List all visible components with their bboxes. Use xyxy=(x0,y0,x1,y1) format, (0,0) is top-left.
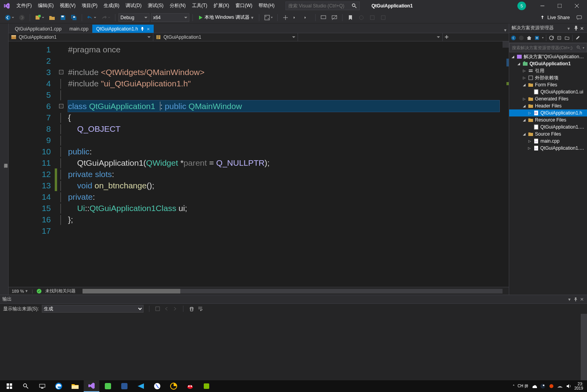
tray-app-icon[interactable] xyxy=(549,383,554,389)
solution-search[interactable]: ▾ xyxy=(509,43,587,52)
toolbar-btn-g[interactable] xyxy=(379,14,388,21)
se-showall-icon[interactable] xyxy=(564,35,570,41)
menu-help[interactable]: 帮助(H) xyxy=(255,1,278,10)
zoom-dropdown[interactable]: 189 %▾ xyxy=(12,288,28,294)
tray-onedrive-icon[interactable] xyxy=(531,383,537,389)
tray-clock[interactable]: 23:2019 xyxy=(574,382,583,390)
pin-icon[interactable] xyxy=(140,27,144,31)
live-share-button[interactable]: Live Share xyxy=(537,15,573,20)
output-next-icon[interactable] xyxy=(172,306,178,311)
tree-form-files[interactable]: ◢Form Files xyxy=(509,81,587,88)
bookmark-button[interactable] xyxy=(346,14,355,21)
global-search[interactable] xyxy=(285,2,360,10)
tree-solution-root[interactable]: ◢解决方案"QtGuiApplication1"(1 个 xyxy=(509,53,587,60)
menu-tools[interactable]: 工具(T) xyxy=(189,1,210,10)
nav-back-button[interactable] xyxy=(3,14,16,21)
output-source-dropdown[interactable]: 生成 xyxy=(42,305,144,313)
menu-test[interactable]: 测试(S) xyxy=(145,1,167,10)
taskbar-vs-icon[interactable] xyxy=(84,380,99,392)
menu-window[interactable]: 窗口(W) xyxy=(232,1,255,10)
system-tray[interactable]: ˄ CH 拼 23:2019 xyxy=(513,382,585,390)
panel-dropdown-icon[interactable]: ▾ xyxy=(567,26,572,30)
horizontal-scrollbar[interactable] xyxy=(83,289,503,294)
tray-ime[interactable]: CH 拼 xyxy=(518,383,528,389)
platform-dropdown[interactable]: x64 xyxy=(151,13,189,22)
taskbar-taskview-icon[interactable] xyxy=(34,380,50,392)
tree-main-cpp[interactable]: ▷++main.cpp xyxy=(509,138,587,145)
tree-resource-files[interactable]: ◢Resource Files xyxy=(509,116,587,124)
uncomment-button[interactable] xyxy=(330,14,339,21)
taskbar-explorer-icon[interactable] xyxy=(67,380,83,392)
toolbar-btn-a[interactable]: ▾ xyxy=(262,14,274,21)
output-panel-title[interactable]: 输出 xyxy=(2,296,12,303)
tab-qtguiapp-cpp[interactable]: QtGuiApplication1.cpp xyxy=(11,25,65,33)
window-close-button[interactable] xyxy=(568,0,585,12)
tree-form-ui[interactable]: QtGuiApplication1.ui xyxy=(509,88,587,95)
open-file-button[interactable] xyxy=(47,14,57,21)
toolbar-btn-f[interactable] xyxy=(368,14,377,21)
save-all-button[interactable] xyxy=(69,14,79,21)
taskbar-app-5-icon[interactable] xyxy=(166,380,181,392)
issues-label[interactable]: 未找到相关问题 xyxy=(45,288,75,294)
taskbar-app-3-icon[interactable] xyxy=(133,380,149,392)
menu-extensions[interactable]: 扩展(X) xyxy=(210,1,232,10)
indent-less-button[interactable] xyxy=(292,14,301,21)
pin-icon[interactable] xyxy=(574,297,578,302)
taskbar-start-icon[interactable] xyxy=(2,380,17,392)
config-dropdown[interactable]: Debug xyxy=(118,13,149,22)
menu-edit[interactable]: 编辑(E) xyxy=(35,1,57,10)
tab-close-icon[interactable]: ✕ xyxy=(147,27,150,31)
output-dropdown-icon[interactable]: ▾ xyxy=(567,297,572,302)
tree-header-h[interactable]: ▷QtGuiApplication1.h xyxy=(509,109,587,116)
close-icon[interactable]: ✕ xyxy=(579,297,585,302)
taskbar-app-7-icon[interactable] xyxy=(199,380,214,392)
split-editor-button[interactable]: ✚ xyxy=(443,33,451,41)
save-button[interactable] xyxy=(58,14,68,21)
tree-project[interactable]: ◢QtGuiApplication1 xyxy=(509,60,587,67)
tree-references[interactable]: ▷引用 xyxy=(509,67,587,74)
output-clear-icon[interactable] xyxy=(189,306,194,311)
split-horizontal-button[interactable] xyxy=(503,41,509,48)
tree-app-cpp[interactable]: ▷++QtGuiApplication1.cpp xyxy=(509,145,587,152)
code-editor[interactable]: 1234567891011121314151617 −││−││││││││││… xyxy=(9,41,509,287)
tabs-overflow-button[interactable]: ▾ xyxy=(502,27,509,33)
toolbar-btn-b[interactable] xyxy=(281,14,290,21)
indent-more-button[interactable] xyxy=(303,14,312,21)
menu-debug[interactable]: 调试(D) xyxy=(122,1,145,10)
feedback-button[interactable] xyxy=(574,14,584,21)
menu-file[interactable]: 文件(F) xyxy=(13,1,35,10)
new-project-button[interactable] xyxy=(33,14,46,21)
scope-dropdown[interactable]: QtGuiApplication1 xyxy=(9,33,153,41)
tray-chevron-icon[interactable]: ˄ xyxy=(513,384,515,388)
output-text[interactable] xyxy=(0,314,587,380)
menu-analyze[interactable]: 分析(N) xyxy=(167,1,189,10)
close-panel-icon[interactable]: ✕ xyxy=(580,26,585,30)
run-debug-button[interactable]: 本地 Windows 调试器▾ xyxy=(196,14,256,21)
output-vertical-scrollbar[interactable] xyxy=(581,314,587,380)
output-prev-icon[interactable] xyxy=(163,306,169,311)
toolbar-btn-e[interactable] xyxy=(357,14,366,21)
redo-button[interactable] xyxy=(99,14,112,21)
taskbar-app-2-icon[interactable] xyxy=(117,380,132,392)
function-dropdown[interactable] xyxy=(298,33,443,41)
taskbar-app-6-icon[interactable] xyxy=(182,380,198,392)
se-fwd-icon[interactable] xyxy=(519,35,524,41)
se-properties-icon[interactable] xyxy=(575,35,580,41)
tree-generated-files[interactable]: ▷Generated Files xyxy=(509,95,587,102)
menu-project[interactable]: 项目(P) xyxy=(79,1,101,10)
se-back-icon[interactable] xyxy=(511,35,516,41)
tab-qtguiapp-h[interactable]: QtGuiApplication1.h ✕ xyxy=(92,25,154,33)
window-minimize-button[interactable] xyxy=(534,0,551,12)
output-find-icon[interactable] xyxy=(155,306,160,311)
menu-build[interactable]: 生成(B) xyxy=(101,1,122,10)
tree-header-files[interactable]: ◢Header Files xyxy=(509,102,587,109)
user-badge[interactable]: 5 xyxy=(517,2,526,10)
solution-tree[interactable]: ◢解决方案"QtGuiApplication1"(1 个 ◢QtGuiAppli… xyxy=(509,52,587,295)
overview-ruler[interactable] xyxy=(503,41,509,287)
se-collapse-icon[interactable] xyxy=(556,35,562,41)
nav-fwd-button[interactable] xyxy=(17,14,27,21)
taskbar-app-4-icon[interactable] xyxy=(149,380,165,392)
taskbar-app-1-icon[interactable] xyxy=(100,380,116,392)
member-dropdown[interactable]: QtGuiApplication1 xyxy=(153,33,298,41)
taskbar-edge-icon[interactable] xyxy=(51,380,66,392)
